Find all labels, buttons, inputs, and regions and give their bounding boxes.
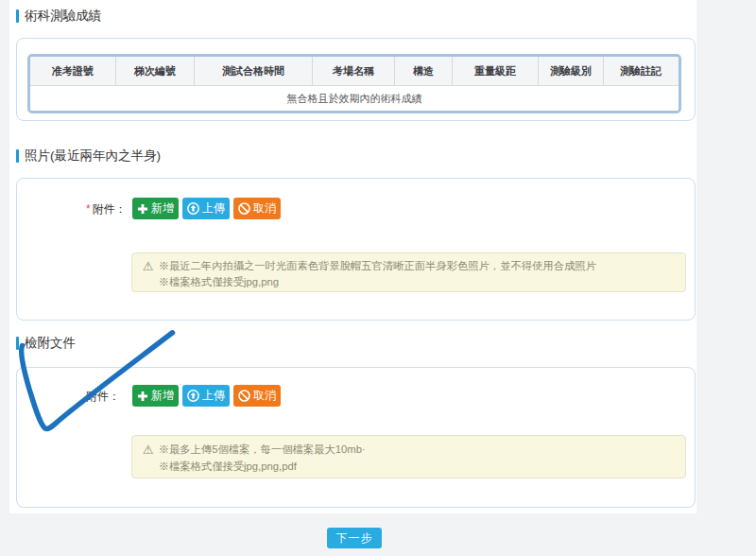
- section-title-documents: 檢附文件: [16, 336, 76, 350]
- documents-notice-line2: ※檔案格式僅接受jpg,png,pdf: [159, 459, 366, 476]
- col-header-pass-time: 測試合格時間: [195, 57, 313, 85]
- section-bar-icon: [16, 149, 19, 163]
- photo-add-button[interactable]: 新增: [132, 198, 179, 219]
- next-step-button[interactable]: 下一步: [327, 528, 382, 548]
- arrow-circle-up-icon: [187, 202, 199, 215]
- documents-notice: ⚠ ※最多上傳5個檔案，每一個檔案最大10mb· ※檔案格式僅接受jpg,png…: [131, 435, 686, 478]
- scores-table-header-row: 准考證號 梯次編號 測試合格時間 考場名稱 構造 重量級距 測驗級別 測驗註記: [30, 57, 679, 85]
- photo-notice-line1: ※最近二年內拍攝之一吋光面素色背景脫帽五官清晰正面半身彩色照片，並不得使用合成照…: [159, 258, 596, 274]
- col-header-test-note: 測驗註記: [604, 57, 678, 85]
- documents-notice-line1: ※最多上傳5個檔案，每一個檔案最大10mb·: [159, 442, 366, 459]
- section-title-photo: 照片(最近兩年內之半身): [16, 148, 161, 163]
- arrow-circle-up-icon: [187, 390, 199, 402]
- col-header-venue-name: 考場名稱: [313, 57, 395, 85]
- documents-attachment-label: 附件：: [86, 389, 120, 405]
- section-bar-icon: [16, 337, 19, 350]
- table-empty-row: 無合格且於效期內的術科成績: [30, 85, 679, 111]
- section-bar-icon: [16, 9, 19, 23]
- photo-upload-button[interactable]: 上傳: [182, 198, 230, 219]
- documents-add-button-label: 新增: [151, 388, 174, 404]
- documents-cancel-button-label: 取消: [253, 388, 276, 404]
- documents-upload-button-label: 上傳: [202, 388, 225, 404]
- warning-triangle-icon: ⚠: [143, 258, 154, 291]
- photo-button-row: 新增 上傳 取消: [132, 198, 281, 219]
- col-header-admission-no: 准考證號: [30, 57, 116, 85]
- col-header-structure: 構造: [395, 57, 453, 85]
- photo-add-button-label: 新增: [151, 200, 174, 217]
- plus-icon: [137, 391, 148, 402]
- ban-icon: [238, 202, 250, 215]
- photo-upload-button-label: 上傳: [202, 200, 225, 217]
- section-title-photo-label: 照片(最近兩年內之半身): [25, 148, 161, 165]
- col-header-session-no: 梯次編號: [116, 57, 195, 85]
- documents-add-button[interactable]: 新增: [132, 385, 179, 407]
- section-title-scores-label: 術科測驗成績: [25, 8, 101, 25]
- plus-icon: [137, 203, 148, 215]
- photo-notice-line2: ※檔案格式僅接受jpg,png: [159, 274, 596, 290]
- photo-box: [16, 178, 696, 321]
- photo-attachment-label: *附件：: [86, 201, 127, 217]
- documents-attachment-label-text: 附件：: [86, 390, 120, 403]
- section-title-documents-label: 檢附文件: [25, 335, 76, 352]
- col-header-weight-range: 重量級距: [453, 57, 539, 85]
- photo-cancel-button[interactable]: 取消: [233, 198, 281, 219]
- ban-icon: [238, 390, 250, 402]
- documents-button-row: 新增 上傳 取消: [132, 385, 281, 407]
- photo-notice: ⚠ ※最近二年內拍攝之一吋光面素色背景脫帽五官清晰正面半身彩色照片，並不得使用合…: [131, 252, 686, 292]
- documents-cancel-button[interactable]: 取消: [233, 385, 281, 407]
- required-asterisk: *: [86, 202, 91, 216]
- section-title-scores: 術科測驗成績: [16, 9, 101, 23]
- scores-table: 准考證號 梯次編號 測試合格時間 考場名稱 構造 重量級距 測驗級別 測驗註記 …: [27, 54, 681, 113]
- col-header-test-level: 測驗級別: [539, 57, 604, 85]
- photo-cancel-button-label: 取消: [253, 200, 276, 217]
- photo-attachment-label-text: 附件：: [93, 202, 127, 216]
- documents-upload-button[interactable]: 上傳: [182, 385, 230, 407]
- warning-triangle-icon: ⚠: [143, 442, 154, 478]
